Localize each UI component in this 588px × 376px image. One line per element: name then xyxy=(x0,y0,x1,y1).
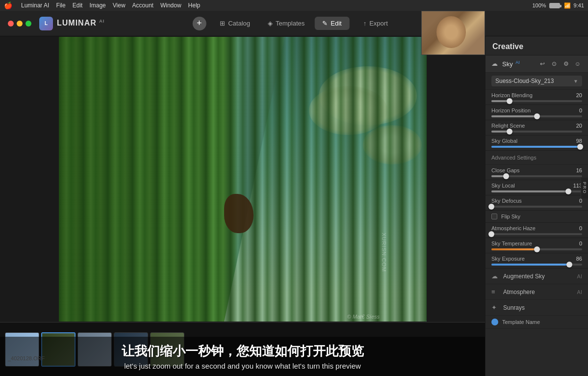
sky-dropdown-row[interactable]: Suess-Cloud-Sky_213 ▼ xyxy=(486,73,588,90)
subtitle-english: let's just zoom out for a second and you… xyxy=(124,362,361,370)
sky-temperature-value: 0 xyxy=(570,241,582,246)
app-logo-text: LUMINAR AI xyxy=(57,19,104,27)
undo-icon[interactable]: ↩ xyxy=(538,59,547,68)
menu-window[interactable]: Window xyxy=(160,2,181,9)
webcam-preview xyxy=(421,11,485,55)
menu-file[interactable]: File xyxy=(56,2,65,9)
augmented-sky-icon: ☁ xyxy=(491,272,499,280)
sky-global-track[interactable] xyxy=(491,146,582,148)
horizon-blending-label: Horizon Blending xyxy=(491,92,533,98)
menu-account[interactable]: Account xyxy=(132,2,153,9)
sky-dropdown-value: Suess-Cloud-Sky_213 xyxy=(495,78,554,84)
sky-exposure-thumb[interactable] xyxy=(566,262,572,268)
add-button[interactable]: + xyxy=(192,17,206,30)
sky-exposure-label: Sky Exposure xyxy=(491,256,525,262)
augmented-sky-item[interactable]: ☁ Augmented Sky AI xyxy=(486,269,588,284)
sky-local-thumb[interactable] xyxy=(565,188,571,194)
horizon-position-value: 0 xyxy=(570,107,582,113)
horizon-blending-track[interactable] xyxy=(491,100,582,102)
sky-defocus-label: Sky Defocus xyxy=(491,198,522,204)
sky-defocus-track[interactable] xyxy=(491,206,582,208)
menu-luminar[interactable]: Luminar AI xyxy=(21,2,49,9)
sky-local-track[interactable] xyxy=(491,190,582,192)
horizon-blending-thumb[interactable] xyxy=(507,98,512,104)
export-icon: ↑ xyxy=(363,20,367,27)
catalog-label: Catalog xyxy=(228,20,250,27)
export-button[interactable]: ↑ Export xyxy=(356,17,396,30)
emoji-icon[interactable]: ☺ xyxy=(573,59,582,68)
templates-button[interactable]: ◈ Templates xyxy=(260,17,312,30)
close-gaps-track[interactable] xyxy=(491,175,582,177)
toolbar-nav: + ⊞ Catalog ◈ Templates ✎ Edit ↑ Export xyxy=(192,17,396,30)
template-label: Template Name xyxy=(502,319,540,325)
menu-help[interactable]: Help xyxy=(188,2,201,9)
apple-menu[interactable]: 🍎 xyxy=(4,1,12,9)
horizon-position-thumb[interactable] xyxy=(534,113,540,119)
sky-exposure-track[interactable] xyxy=(491,264,582,266)
horizon-blending-value: 20 xyxy=(570,92,582,98)
sky-defocus-thumb[interactable] xyxy=(488,204,494,210)
close-gaps-value: 16 xyxy=(570,167,582,173)
mask-icon[interactable]: ⊙ xyxy=(550,59,559,68)
flip-sky-checkbox[interactable] xyxy=(491,214,497,219)
edit-button[interactable]: ✎ Edit xyxy=(314,17,349,30)
edit-label: Edit xyxy=(331,20,341,27)
augmented-sky-label: Augmented Sky xyxy=(503,273,573,280)
pro-badge: PRO xyxy=(581,178,588,198)
battery-icon xyxy=(549,3,560,8)
sky-exposure-value: 86 xyxy=(570,256,582,262)
sky-global-value: 98 xyxy=(570,138,582,144)
sky-section-title: Sky AI xyxy=(502,60,535,68)
relight-scene-thumb[interactable] xyxy=(507,129,512,134)
photo-area: _4020128.ORF 让我们缩小一秒钟，您知道如何打开此预览 let's j… xyxy=(0,36,485,376)
sky-global-fill xyxy=(491,146,580,148)
menu-view[interactable]: View xyxy=(113,2,126,9)
sky-defocus-row: Sky Defocus 0 xyxy=(486,195,588,211)
export-label: Export xyxy=(369,20,388,27)
sky-defocus-value: 0 xyxy=(570,198,582,204)
atmosphere-item[interactable]: ≡ Atmosphere AI xyxy=(486,284,588,300)
menu-image[interactable]: Image xyxy=(89,2,105,9)
template-name-row[interactable]: Template Name xyxy=(486,316,588,329)
menu-edit[interactable]: Edit xyxy=(73,2,83,9)
sky-temperature-thumb[interactable] xyxy=(534,246,540,252)
panel-scroll[interactable]: ☁ Sky AI ↩ ⊙ ⚙ ☺ Suess-Cloud-Sky_213 ▼ xyxy=(486,55,588,376)
atmosphere-label: Atmosphere xyxy=(503,289,573,295)
main-content: _4020128.ORF 让我们缩小一秒钟，您知道如何打开此预览 let's j… xyxy=(0,36,588,376)
sky-global-thumb[interactable] xyxy=(577,144,583,150)
flip-sky-label: Flip Sky xyxy=(501,214,520,219)
menu-bar: 🍎 Luminar AI File Edit Image View Accoun… xyxy=(0,0,588,11)
horizon-position-track[interactable] xyxy=(491,115,582,117)
watermark: © Mat€ Síess xyxy=(347,314,380,320)
sky-dropdown[interactable]: Suess-Cloud-Sky_213 ▼ xyxy=(491,76,582,86)
app-toolbar: L LUMINAR AI + ⊞ Catalog ◈ Templates ✎ E… xyxy=(0,11,588,36)
flip-sky-row[interactable]: Flip Sky xyxy=(486,211,588,223)
wifi-icon: 📶 xyxy=(564,2,571,9)
sunrays-item[interactable]: ✦ Sunrays xyxy=(486,300,588,316)
atmospheric-haze-value: 0 xyxy=(570,225,582,231)
app-logo-icon: L xyxy=(39,17,53,30)
sky-temperature-track[interactable] xyxy=(491,248,582,250)
traffic-lights xyxy=(8,21,31,27)
sky-section-header[interactable]: ☁ Sky AI ↩ ⊙ ⚙ ☺ xyxy=(486,55,588,73)
sky-exposure-row: Sky Exposure 86 xyxy=(486,253,588,269)
atmosphere-icon: ≡ xyxy=(491,288,499,295)
atmospheric-haze-track[interactable] xyxy=(491,233,582,235)
settings-icon[interactable]: ⚙ xyxy=(562,59,570,68)
horizon-position-label: Horizon Position xyxy=(491,107,531,113)
catalog-button[interactable]: ⊞ Catalog xyxy=(212,17,258,30)
relight-scene-value: 20 xyxy=(570,123,582,129)
minimize-button[interactable] xyxy=(17,21,23,27)
advanced-settings-header: Advanced Settings xyxy=(486,151,588,165)
close-gaps-thumb[interactable] xyxy=(503,173,509,179)
horizon-position-row: Horizon Position 0 xyxy=(486,105,588,120)
atmospheric-haze-thumb[interactable] xyxy=(488,231,494,237)
photo-image[interactable] xyxy=(59,37,427,322)
relight-scene-track[interactable] xyxy=(491,131,582,133)
close-button[interactable] xyxy=(8,21,14,27)
filmstrip: _4020128.ORF 让我们缩小一秒钟，您知道如何打开此预览 let's j… xyxy=(0,322,485,376)
right-panel: Creative ☁ Sky AI ↩ ⊙ ⚙ ☺ Suess-Cloud-Sk… xyxy=(485,36,588,376)
sky-temperature-label: Sky Temperature xyxy=(491,241,532,246)
maximize-button[interactable] xyxy=(26,21,31,27)
webcam-face xyxy=(422,11,485,54)
